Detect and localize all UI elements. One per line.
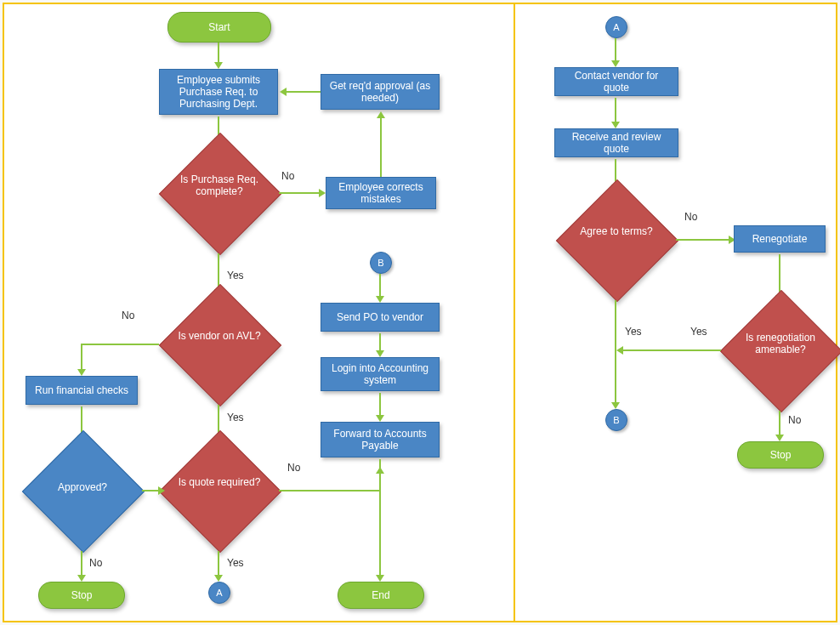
edge <box>379 333 381 352</box>
connector-a-out: A <box>208 582 230 604</box>
renegotiate-label: Renegotiate <box>752 233 808 245</box>
connector-b-out: B <box>605 409 627 431</box>
arrowhead <box>376 296 384 303</box>
edge-label-no: No <box>281 170 294 182</box>
start-label: Start <box>208 21 230 33</box>
get-approval-process: Get req'd approval (as needed) <box>321 74 440 110</box>
forward-label: Forward to Accounts Payable <box>326 428 434 452</box>
edge <box>81 344 159 345</box>
arrowhead <box>376 350 384 357</box>
submit-process: Employee submits Purchase Req. to Purcha… <box>159 69 278 115</box>
edge <box>615 98 616 123</box>
arrowhead <box>158 486 165 495</box>
edge-label-no: No <box>788 414 801 426</box>
login-process: Login into Accounting system <box>321 357 440 391</box>
stop-terminator-right: Stop <box>737 441 824 469</box>
on-avl-decision <box>159 284 281 406</box>
edge-label-yes: Yes <box>625 326 642 338</box>
send-po-process: Send PO to vendor <box>321 303 440 332</box>
edge <box>379 393 381 417</box>
start-terminator: Start <box>167 12 271 43</box>
is-complete-decision <box>159 133 281 255</box>
corrects-label: Employee corrects mistakes <box>332 181 430 205</box>
edge <box>279 192 321 194</box>
end-label: End <box>372 589 389 601</box>
receive-quote-label: Receive and review quote <box>560 131 673 155</box>
run-checks-process: Run financial checks <box>26 376 138 405</box>
agree-terms-decision <box>556 179 678 302</box>
edge-label-no: No <box>684 211 697 223</box>
arrowhead <box>376 415 384 422</box>
arrowhead <box>214 62 223 69</box>
arrowhead <box>611 402 620 409</box>
quote-required-decision <box>159 430 281 553</box>
get-approval-label: Get req'd approval (as needed) <box>326 80 434 104</box>
edge-label-yes: Yes <box>690 326 707 338</box>
contact-vendor-label: Contact vendor for quote <box>560 70 673 94</box>
arrowhead <box>319 189 326 197</box>
connector-a-out-label: A <box>216 588 222 598</box>
stop-terminator-left: Stop <box>38 582 125 609</box>
submit-label: Employee submits Purchase Req. to Purcha… <box>165 74 272 110</box>
connector-b-in: B <box>370 252 392 274</box>
receive-quote-process: Receive and review quote <box>554 128 678 157</box>
edge-label-no: No <box>89 557 102 569</box>
diagram-canvas: Start Employee submits Purchase Req. to … <box>3 3 837 622</box>
arrowhead <box>377 111 385 118</box>
edge-label-yes: Yes <box>227 412 244 423</box>
edge <box>676 239 730 241</box>
send-po-label: Send PO to vendor <box>337 311 423 323</box>
edge-label-yes: Yes <box>227 557 244 569</box>
approved-decision <box>22 430 145 553</box>
end-terminator: End <box>338 582 424 609</box>
forward-process: Forward to Accounts Payable <box>321 422 440 457</box>
edge <box>218 551 219 577</box>
arrowhead <box>280 88 287 96</box>
arrowhead <box>616 346 623 355</box>
connector-a-in-label: A <box>613 22 619 32</box>
arrowhead <box>214 575 223 582</box>
edge <box>285 91 321 93</box>
arrowhead <box>611 60 620 67</box>
edge <box>779 411 780 436</box>
pane-divider <box>514 4 515 621</box>
edge <box>621 349 721 351</box>
edge-label-yes: Yes <box>227 270 244 281</box>
connector-b-out-label: B <box>613 415 619 425</box>
arrowhead <box>77 369 86 376</box>
arrowhead <box>775 435 784 441</box>
edge <box>380 116 382 177</box>
edge-label-no: No <box>122 310 134 321</box>
edge <box>379 459 381 577</box>
edge <box>81 344 82 371</box>
amenable-decision <box>720 290 840 412</box>
stop-label-right: Stop <box>770 449 792 461</box>
login-label: Login into Accounting system <box>326 362 434 386</box>
arrowhead <box>376 575 384 582</box>
arrowhead <box>611 122 620 128</box>
edge <box>615 38 616 62</box>
contact-vendor-process: Contact vendor for quote <box>554 67 678 96</box>
renegotiate-process: Renegotiate <box>734 225 826 253</box>
edge <box>218 43 219 64</box>
corrects-process: Employee corrects mistakes <box>326 177 436 209</box>
connector-b-in-label: B <box>377 258 383 268</box>
edge-label-no: No <box>287 462 300 474</box>
edge <box>81 551 82 577</box>
run-checks-label: Run financial checks <box>35 384 128 396</box>
arrowhead <box>77 575 86 582</box>
edge <box>379 274 381 298</box>
edge <box>279 490 381 491</box>
stop-label: Stop <box>71 589 93 601</box>
edge <box>142 490 160 491</box>
connector-a-in: A <box>605 16 627 38</box>
